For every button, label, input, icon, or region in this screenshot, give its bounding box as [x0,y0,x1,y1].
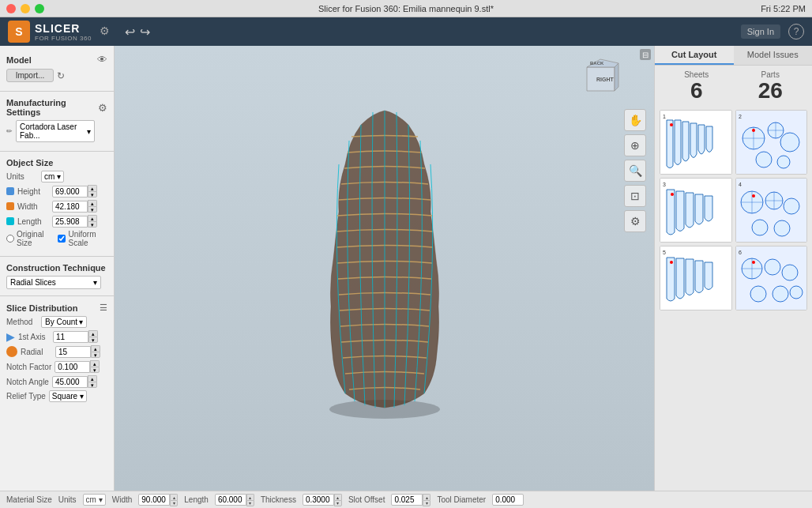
units-select[interactable]: cm ▾ [41,171,64,183]
length-bottom-input[interactable]: 60.000 [215,494,246,506]
notch-factor-up[interactable]: ▴ [90,360,100,367]
slot-offset-input[interactable]: 0.025 [391,494,423,506]
thickness-down[interactable]: ▾ [334,500,342,506]
length-bottom-spinbox: 60.000 ▴ ▾ [215,494,254,506]
axis1-up[interactable]: ▴ [88,330,98,337]
orbit-icon[interactable]: ⊕ [624,134,646,156]
brand-name: SLICER [35,22,92,35]
sheet-3[interactable]: 3 [660,178,732,243]
axis1-down[interactable]: ▾ [88,337,98,343]
slot-offset-down[interactable]: ▾ [423,500,430,506]
right-content: Sheets 6 Parts 26 1 [655,66,812,491]
settings2-icon[interactable]: ⚙ [624,210,646,232]
construction-label: Construction Technique [6,263,106,273]
width-up[interactable]: ▴ [88,200,97,206]
help-button[interactable]: ? [788,24,804,40]
radial-input[interactable]: 15 [55,346,91,358]
model-3d [274,77,495,425]
svg-rect-39 [736,246,807,310]
sheet-1[interactable]: 1 [660,110,732,175]
height-input[interactable]: 69.000 [52,186,88,198]
notch-factor-input[interactable]: 0.100 [55,361,90,373]
length-input[interactable]: 25.908 [52,216,88,228]
length-label: Length [17,217,49,226]
length-bottom-down[interactable]: ▾ [246,500,254,506]
construction-select[interactable]: Radial Slices ▾ [6,276,101,289]
svg-point-46 [790,286,803,299]
sign-in-button[interactable]: Sign In [741,24,780,39]
original-size-checkbox[interactable]: Original Size [6,230,51,247]
notch-angle-up[interactable]: ▴ [88,375,97,382]
viewport-minimize-icon[interactable]: ⊟ [640,49,651,60]
svg-point-15 [777,156,790,168]
brand-sub: FOR FUSION 360 [35,35,92,42]
minimize-button[interactable] [21,4,30,13]
refresh-icon[interactable]: ↻ [57,70,65,81]
stats-row: Sheets 6 Parts 26 [660,70,807,103]
method-select[interactable]: By Count ▾ [41,316,87,328]
bottom-units-select[interactable]: cm ▾ [83,494,106,506]
svg-point-49 [752,261,755,264]
close-button[interactable] [6,4,16,13]
redo-button[interactable]: ↪ [140,24,150,40]
logo-letter: S [15,25,22,38]
width-down[interactable]: ▾ [88,206,97,213]
visibility-icon[interactable]: 👁 [97,54,107,66]
tab-model-issues[interactable]: Model Issues [734,46,813,65]
width-bottom-down[interactable]: ▾ [170,500,178,506]
radial-up[interactable]: ▴ [91,345,100,352]
axis1-label: 1st Axis [18,333,50,341]
thickness-input[interactable]: 0.3000 [303,494,334,506]
svg-point-14 [756,152,772,167]
undo-button[interactable]: ↩ [125,24,135,40]
notch-angle-input[interactable]: 45.000 [52,376,88,388]
tool-diameter-input[interactable]: 0.000 [492,494,524,506]
tab-cut-layout[interactable]: Cut Layout [655,46,734,65]
manufacturing-label: Manufacturing Settings [6,98,98,117]
orientation-cube[interactable]: RIGHT BACK [579,55,622,99]
notch-angle-down[interactable]: ▾ [88,382,97,388]
notch-factor-down[interactable]: ▾ [90,367,100,373]
settings-icon[interactable]: ⚙ [100,24,114,39]
height-up[interactable]: ▴ [88,185,97,191]
sheet-2[interactable]: 2 [735,110,808,175]
radial-down[interactable]: ▾ [91,352,100,358]
slice-dist-label: Slice Distribution [6,303,77,313]
import-button[interactable]: Import... [6,69,54,82]
slot-offset-up[interactable]: ▴ [423,494,430,500]
app-logo: S SLICER FOR FUSION 360 [8,21,92,43]
title-right: Fri 5:22 PM [761,4,806,13]
width-bottom-input[interactable]: 90.000 [138,494,170,506]
length-up[interactable]: ▴ [88,215,97,221]
length-down[interactable]: ▾ [88,221,97,228]
viewport[interactable]: ⊟ RIGHT BACK ✋ ⊕ 🔍 ⊡ ⚙ [115,46,654,491]
thickness-up[interactable]: ▴ [334,494,342,500]
width-bottom-up[interactable]: ▴ [170,494,178,500]
sheet-5[interactable]: 5 [660,246,732,310]
axis1-input[interactable]: 11 [53,331,88,343]
traffic-lights[interactable] [6,4,44,13]
axis1-triangle-icon: ▶ [6,330,15,343]
height-label: Height [17,187,49,196]
notch-factor-label: Notch Factor [6,363,51,371]
right-panel: Cut Layout Model Issues Sheets 6 Parts 2… [654,46,812,491]
slice-dist-settings-icon[interactable]: ☰ [100,303,107,313]
settings-icon[interactable]: ⚙ [98,102,107,114]
width-input[interactable]: 42.180 [52,201,88,213]
logo-icon: S [8,21,30,43]
length-bottom-up[interactable]: ▴ [246,494,254,500]
method-label: Method [6,318,38,326]
zoom-icon[interactable]: 🔍 [624,160,646,182]
app-header: S SLICER FOR FUSION 360 ⚙ ↩ ↪ Sign In ? [0,17,812,46]
height-down[interactable]: ▾ [88,191,97,198]
machine-select[interactable]: Cortadora Laser Fab... ▾ [16,120,95,142]
sheet-4[interactable]: 4 [735,178,808,243]
uniform-scale-checkbox[interactable]: Uniform Scale [58,230,107,247]
svg-text:1: 1 [663,114,666,119]
relief-type-select[interactable]: Square ▾ [49,390,87,402]
svg-point-28 [784,198,799,214]
sheet-6[interactable]: 6 [735,246,808,310]
fit-icon[interactable]: ⊡ [624,185,646,207]
fullscreen-button[interactable] [35,4,44,13]
pan-icon[interactable]: ✋ [624,109,646,131]
